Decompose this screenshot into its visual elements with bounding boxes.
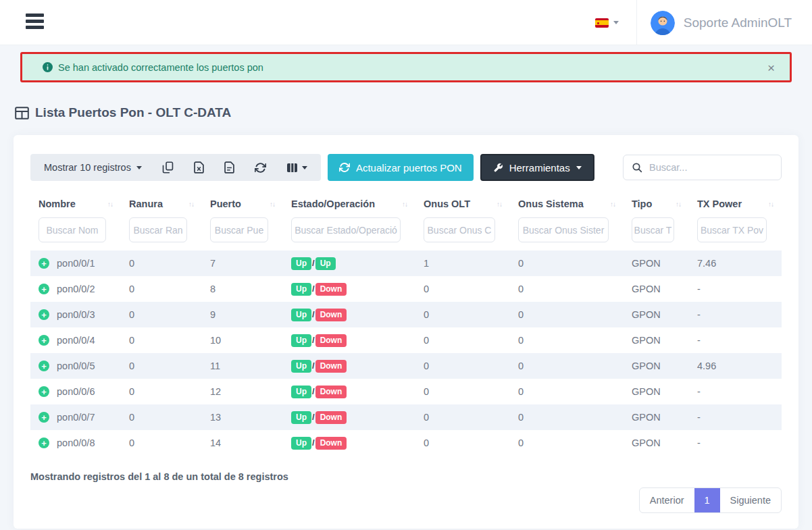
records-summary: Mostrando registros del 1 al 8 de un tot… xyxy=(30,471,288,482)
onus-olt-value: 0 xyxy=(415,379,510,404)
tools-dropdown-button[interactable]: Herramientas xyxy=(480,154,594,181)
tipo-value: GPON xyxy=(624,327,689,353)
puerto-value: 8 xyxy=(202,276,283,302)
ranura-value: 0 xyxy=(121,353,202,379)
tx-power-value: - xyxy=(689,302,782,327)
tipo-value: GPON xyxy=(624,353,689,379)
table-row: + pon0/0/1 0 7 Up/Up 1 0 GPON 7.46 xyxy=(30,250,782,276)
pagination-prev[interactable]: Anterior xyxy=(640,488,694,512)
estado-badge: Up xyxy=(291,257,311,270)
onus-olt-value: 0 xyxy=(415,430,510,456)
port-name: pon0/0/3 xyxy=(57,309,95,320)
expand-row-icon[interactable]: + xyxy=(39,284,49,294)
col-nombre[interactable]: Nombre↑↓ xyxy=(30,194,121,216)
reload-table-icon[interactable] xyxy=(255,162,266,174)
pagination-next[interactable]: Siguiente xyxy=(720,488,781,512)
chevron-down-icon xyxy=(136,166,142,169)
filter-onus-sistema-input[interactable] xyxy=(518,217,609,242)
col-ranura[interactable]: Ranura↑↓ xyxy=(121,194,202,216)
filter-nombre-input[interactable] xyxy=(39,217,106,242)
table-icon xyxy=(15,107,29,120)
export-excel-icon[interactable] xyxy=(194,161,204,174)
expand-row-icon[interactable]: + xyxy=(39,386,49,397)
tx-power-value: 4.96 xyxy=(689,353,782,379)
onus-sistema-value: 0 xyxy=(510,379,624,404)
tipo-value: GPON xyxy=(624,379,689,404)
global-search xyxy=(623,155,782,180)
filter-ranura-input[interactable] xyxy=(129,217,187,242)
expand-row-icon[interactable]: + xyxy=(39,412,49,423)
puerto-value: 9 xyxy=(202,302,283,327)
search-icon xyxy=(632,162,642,173)
filter-row xyxy=(30,216,782,250)
update-pon-ports-button[interactable]: Actualizar puertos PON xyxy=(328,154,474,181)
onus-olt-value: 0 xyxy=(415,353,510,379)
tipo-value: GPON xyxy=(624,276,689,302)
onus-sistema-value: 0 xyxy=(510,353,624,379)
sort-icon: ↑↓ xyxy=(188,201,194,208)
tipo-value: GPON xyxy=(624,302,689,327)
success-alert: Se han activado correctamente los puerto… xyxy=(20,52,792,82)
estado-badge: Up xyxy=(291,309,311,321)
filter-puerto-input[interactable] xyxy=(210,217,268,242)
onus-sistema-value: 0 xyxy=(510,250,624,276)
table-row: + pon0/0/2 0 8 Up/Down 0 0 GPON - xyxy=(30,276,782,302)
port-name: pon0/0/2 xyxy=(57,284,95,294)
export-file-icon[interactable] xyxy=(224,161,234,174)
sort-icon: ↑↓ xyxy=(676,201,681,208)
port-name: pon0/0/1 xyxy=(57,258,95,269)
table-row: + pon0/0/7 0 13 Up/Down 0 0 GPON - xyxy=(30,404,782,430)
expand-row-icon[interactable]: + xyxy=(39,309,49,320)
estado-badge: Up xyxy=(291,437,311,450)
menu-toggle-icon[interactable] xyxy=(26,14,44,31)
col-onus-sistema[interactable]: Onus Sistema↑↓ xyxy=(510,194,624,216)
col-puerto[interactable]: Puerto↑↓ xyxy=(202,194,283,216)
copy-icon[interactable] xyxy=(162,161,174,174)
puerto-value: 13 xyxy=(202,404,283,430)
col-onus-olt[interactable]: Onus OLT↑↓ xyxy=(415,194,510,216)
col-tipo[interactable]: Tipo↑↓ xyxy=(624,194,689,216)
estado-badge: Up xyxy=(291,386,311,398)
col-estado-operacion[interactable]: Estado/Operación↑↓ xyxy=(283,194,415,216)
language-selector[interactable] xyxy=(578,0,636,45)
user-name: Soporte AdminOLT xyxy=(684,16,792,30)
sort-icon: ↑↓ xyxy=(497,201,502,208)
pon-ports-card: Mostrar 10 registros xyxy=(14,135,798,529)
records-per-page-dropdown[interactable]: Mostrar 10 registros xyxy=(44,162,142,173)
expand-row-icon[interactable]: + xyxy=(39,361,49,371)
expand-row-icon[interactable]: + xyxy=(39,258,49,269)
port-name: pon0/0/4 xyxy=(57,335,95,346)
top-navbar: Soporte AdminOLT xyxy=(0,0,812,45)
onus-sistema-value: 0 xyxy=(510,404,624,430)
pon-ports-table: Nombre↑↓ Ranura↑↓ Puerto↑↓ Estado/Operac… xyxy=(30,194,782,456)
user-menu[interactable]: Soporte AdminOLT xyxy=(637,0,812,45)
search-input[interactable] xyxy=(649,162,776,173)
operacion-badge: Down xyxy=(315,437,347,450)
col-tx-power[interactable]: TX Power↑↓ xyxy=(689,194,782,216)
puerto-value: 14 xyxy=(202,430,283,456)
ranura-value: 0 xyxy=(121,302,202,327)
pagination-page-1[interactable]: 1 xyxy=(694,488,720,512)
tx-power-value: 7.46 xyxy=(689,250,782,276)
operacion-badge: Down xyxy=(315,360,347,373)
onus-olt-value: 0 xyxy=(415,327,510,353)
ranura-value: 0 xyxy=(121,250,202,276)
page-title: Lista Puertos Pon - OLT C-DATA xyxy=(15,105,231,120)
close-icon[interactable]: × xyxy=(767,61,775,74)
column-visibility-dropdown[interactable] xyxy=(286,163,307,173)
operacion-badge: Down xyxy=(315,386,347,398)
tipo-value: GPON xyxy=(624,404,689,430)
tx-power-value: - xyxy=(689,404,782,430)
expand-row-icon[interactable]: + xyxy=(39,438,49,448)
filter-estado-input[interactable] xyxy=(291,217,401,242)
filter-tx-power-input[interactable] xyxy=(697,217,767,242)
table-row: + pon0/0/4 0 10 Up/Down 0 0 GPON - xyxy=(30,327,782,353)
puerto-value: 12 xyxy=(202,379,283,404)
port-name: pon0/0/7 xyxy=(57,412,95,423)
sort-icon: ↑↓ xyxy=(270,201,275,208)
filter-tipo-input[interactable] xyxy=(632,217,674,242)
puerto-value: 11 xyxy=(202,353,283,379)
estado-badge: Up xyxy=(291,360,311,373)
expand-row-icon[interactable]: + xyxy=(39,335,49,346)
filter-onus-olt-input[interactable] xyxy=(424,217,495,242)
